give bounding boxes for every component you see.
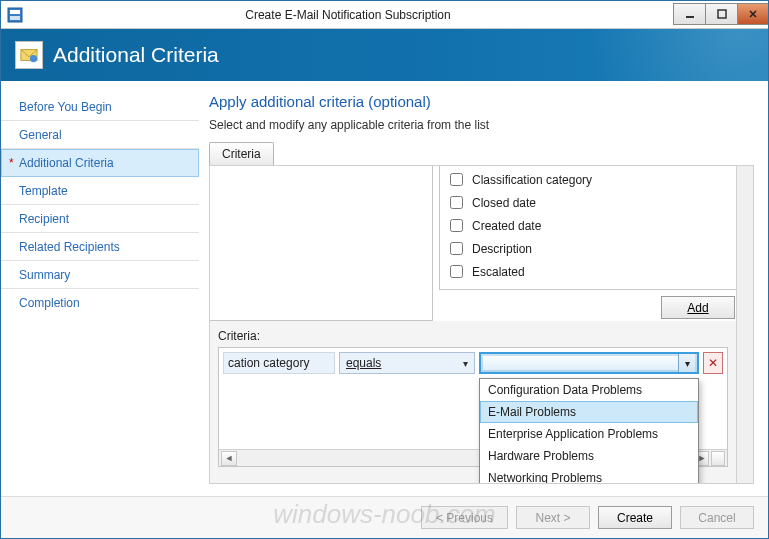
wizard-footer: < Previous Next > Create Cancel	[1, 496, 768, 538]
titlebar: Create E-Mail Notification Subscription	[1, 1, 768, 29]
wizard-main: Apply additional criteria (optional) Sel…	[199, 81, 768, 496]
nav-before-you-begin[interactable]: Before You Begin	[1, 93, 199, 121]
criteria-rows: cation category equals ▾ ▾ Configurat	[218, 347, 728, 467]
nav-recipient[interactable]: Recipient	[1, 205, 199, 233]
nav-related-recipients[interactable]: Related Recipients	[1, 233, 199, 261]
nav-completion[interactable]: Completion	[1, 289, 199, 317]
window-title: Create E-Mail Notification Subscription	[23, 8, 673, 22]
operator-value: equals	[346, 356, 381, 370]
checkbox[interactable]	[450, 265, 463, 278]
checkbox[interactable]	[450, 219, 463, 232]
wizard-header-icon	[15, 41, 43, 69]
wizard-window: Create E-Mail Notification Subscription …	[0, 0, 769, 539]
panel-vscroll[interactable]	[736, 166, 753, 483]
minimize-button[interactable]	[673, 3, 705, 25]
svg-point-6	[30, 55, 37, 62]
nav-general[interactable]: General	[1, 121, 199, 149]
criteria-picker: Classification category Closed date Crea…	[210, 166, 736, 321]
svg-rect-1	[10, 10, 20, 14]
wizard-body: Before You Begin General Additional Crit…	[1, 81, 768, 496]
scroll-left-button[interactable]: ◄	[221, 451, 237, 466]
remove-criteria-button[interactable]: ✕	[703, 352, 723, 374]
criteria-operator-combo[interactable]: equals ▾	[339, 352, 475, 374]
checkbox[interactable]	[450, 242, 463, 255]
add-button[interactable]: Add	[661, 296, 735, 319]
checkbox[interactable]	[450, 196, 463, 209]
window-icon	[1, 7, 23, 23]
nav-summary[interactable]: Summary	[1, 261, 199, 289]
criteria-tab[interactable]: Criteria	[209, 142, 274, 165]
available-properties-list[interactable]: Classification category Closed date Crea…	[439, 165, 737, 290]
maximize-button[interactable]	[705, 3, 737, 25]
dropdown-toggle[interactable]: ▾	[678, 354, 695, 372]
dropdown-option[interactable]: Hardware Problems	[480, 445, 698, 467]
svg-rect-3	[686, 16, 694, 18]
svg-rect-2	[10, 16, 20, 20]
scroll-corner	[711, 451, 725, 466]
selected-class-area[interactable]	[209, 165, 433, 321]
nav-template[interactable]: Template	[1, 177, 199, 205]
wizard-header: Additional Criteria	[1, 29, 768, 81]
page-subheading: Select and modify any applicable criteri…	[209, 118, 754, 132]
value-dropdown[interactable]: Configuration Data Problems E-Mail Probl…	[479, 378, 699, 484]
chevron-down-icon: ▾	[685, 358, 690, 369]
chevron-down-icon: ▾	[458, 358, 472, 369]
svg-rect-4	[718, 10, 726, 18]
prop-escalated[interactable]: Escalated	[440, 260, 736, 283]
criteria-field-name[interactable]: cation category	[223, 352, 335, 374]
cancel-button[interactable]: Cancel	[680, 506, 754, 529]
wizard-header-title: Additional Criteria	[53, 43, 219, 67]
close-button[interactable]	[737, 3, 769, 25]
dropdown-option[interactable]: Configuration Data Problems	[480, 379, 698, 401]
criteria-value-combo[interactable]: ▾ Configuration Data Problems E-Mail Pro…	[479, 352, 699, 374]
criteria-tabbar: Criteria	[209, 142, 754, 165]
create-button[interactable]: Create	[598, 506, 672, 529]
prop-closed-date[interactable]: Closed date	[440, 191, 736, 214]
add-row: Add	[439, 290, 737, 321]
prop-created-date[interactable]: Created date	[440, 214, 736, 237]
nav-additional-criteria[interactable]: Additional Criteria	[1, 149, 199, 177]
wizard-nav: Before You Begin General Additional Crit…	[1, 81, 199, 496]
dropdown-option[interactable]: Networking Problems	[480, 467, 698, 484]
dropdown-option[interactable]: E-Mail Problems	[480, 401, 698, 423]
criteria-section-label: Criteria:	[210, 321, 736, 347]
dropdown-option[interactable]: Enterprise Application Problems	[480, 423, 698, 445]
prop-classification-category[interactable]: Classification category	[440, 168, 736, 191]
page-heading: Apply additional criteria (optional)	[209, 93, 754, 110]
previous-button[interactable]: < Previous	[421, 506, 508, 529]
prop-description[interactable]: Description	[440, 237, 736, 260]
checkbox[interactable]	[450, 173, 463, 186]
criteria-frame: Classification category Closed date Crea…	[209, 165, 754, 484]
criteria-row: cation category equals ▾ ▾ Configurat	[221, 350, 725, 376]
criteria-value-input[interactable]	[485, 354, 678, 372]
next-button[interactable]: Next >	[516, 506, 590, 529]
window-controls	[673, 3, 769, 25]
